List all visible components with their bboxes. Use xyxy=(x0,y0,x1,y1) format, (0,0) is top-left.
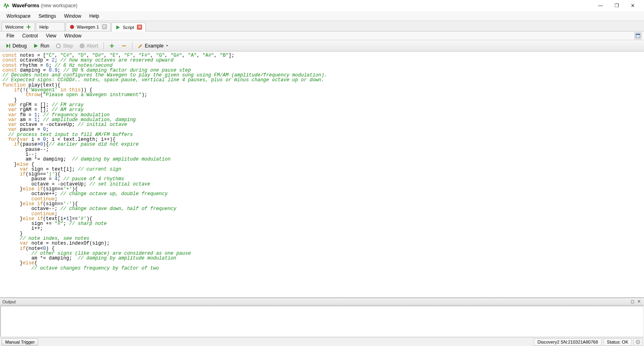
menubar: Workspace Settings Window Help xyxy=(0,11,644,21)
app-title: WaveForms xyxy=(12,3,39,8)
svg-rect-15 xyxy=(122,45,126,46)
stop-icon xyxy=(56,43,61,49)
svg-point-17 xyxy=(638,341,639,342)
close-tab-icon[interactable]: ✕ xyxy=(137,25,142,30)
workspace-name: (new workspace) xyxy=(41,3,78,8)
record-red-icon xyxy=(69,24,75,30)
tab-label: Help xyxy=(39,25,49,29)
tab-wavegen-1[interactable]: Wavegen 1 ✕ xyxy=(66,22,111,31)
settings-gear-icon[interactable] xyxy=(634,338,642,346)
tab-label: Welcome xyxy=(5,25,24,29)
output-panel: Output ◻ ✕ xyxy=(0,298,644,337)
close-tab-icon[interactable]: ✕ xyxy=(102,24,107,29)
menu-workspace[interactable]: Workspace xyxy=(2,12,35,20)
example-dropdown[interactable]: Example xyxy=(135,41,171,50)
svg-rect-7 xyxy=(9,44,10,48)
tab-script[interactable]: Script ✕ xyxy=(111,23,146,31)
stop-button[interactable]: Stop xyxy=(53,41,76,50)
script-menubar: File Control View Window xyxy=(0,31,644,40)
toolbar-separator xyxy=(103,42,104,50)
script-toolbar: Debug Run Stop ! Abort Example xyxy=(0,40,644,51)
svg-marker-8 xyxy=(34,44,38,48)
svg-rect-5 xyxy=(636,34,640,35)
output-header: Output ◻ ✕ xyxy=(0,298,644,305)
svg-rect-10 xyxy=(57,45,60,47)
svg-marker-3 xyxy=(116,25,120,29)
menu-settings[interactable]: Settings xyxy=(35,12,60,20)
svg-rect-1 xyxy=(27,27,31,27)
debug-icon xyxy=(5,43,11,49)
plus-green-icon xyxy=(26,24,31,30)
script-menu-window[interactable]: Window xyxy=(60,32,86,39)
script-menu-file[interactable]: File xyxy=(2,32,18,39)
editor-area: const notes = ["C", "C#", "D", "D#", "E"… xyxy=(0,51,644,298)
code-editor[interactable]: const notes = ["C", "C#", "D", "D#", "E"… xyxy=(0,51,644,297)
output-close-icon[interactable]: ✕ xyxy=(636,299,642,305)
menu-help[interactable]: Help xyxy=(85,12,103,20)
abort-button[interactable]: ! Abort xyxy=(76,41,101,50)
statusbar: Manual Trigger Discovery2 SN:210321A8076… xyxy=(0,337,644,346)
status-box: Status: OK xyxy=(603,338,632,346)
plus-icon xyxy=(109,43,115,49)
tab-label: Wavegen 1 xyxy=(77,25,99,29)
tabstrip: Welcome Help Wavegen 1 ✕ Script ✕ xyxy=(0,21,644,31)
remove-button[interactable] xyxy=(118,41,130,50)
app-icon xyxy=(3,2,10,9)
minus-icon xyxy=(121,43,127,49)
script-menu-control[interactable]: Control xyxy=(18,32,42,39)
close-button[interactable]: ✕ xyxy=(625,0,641,11)
add-button[interactable] xyxy=(106,41,118,50)
output-undock-icon[interactable]: ◻ xyxy=(630,299,635,305)
run-button[interactable]: Run xyxy=(30,41,52,50)
play-green-icon xyxy=(115,25,121,30)
dock-icon[interactable] xyxy=(634,32,642,39)
manual-trigger-button[interactable]: Manual Trigger xyxy=(2,338,38,346)
tab-help[interactable]: Help xyxy=(36,22,65,31)
play-icon xyxy=(33,43,39,49)
svg-text:!: ! xyxy=(82,44,83,48)
menu-window[interactable]: Window xyxy=(60,12,85,20)
code-content[interactable]: const notes = ["C", "C#", "D", "D#", "E"… xyxy=(0,51,644,272)
device-status[interactable]: Discovery2 SN:210321A80768 xyxy=(534,338,601,346)
minimize-button[interactable]: — xyxy=(592,0,609,11)
debug-button[interactable]: Debug xyxy=(2,41,29,50)
tab-label: Script xyxy=(123,25,134,30)
output-title: Output xyxy=(2,299,16,304)
svg-point-2 xyxy=(70,25,74,29)
svg-marker-6 xyxy=(6,44,9,48)
tab-welcome[interactable]: Welcome xyxy=(2,22,35,31)
output-body[interactable] xyxy=(0,306,644,337)
toolbar-separator xyxy=(132,42,132,50)
maximize-button[interactable]: ❐ xyxy=(609,0,625,11)
pencil-icon xyxy=(138,43,143,49)
svg-rect-14 xyxy=(110,45,114,46)
script-menu-view[interactable]: View xyxy=(42,32,60,39)
titlebar: WaveForms (new workspace) — ❐ ✕ xyxy=(0,0,644,11)
abort-icon: ! xyxy=(79,43,85,49)
